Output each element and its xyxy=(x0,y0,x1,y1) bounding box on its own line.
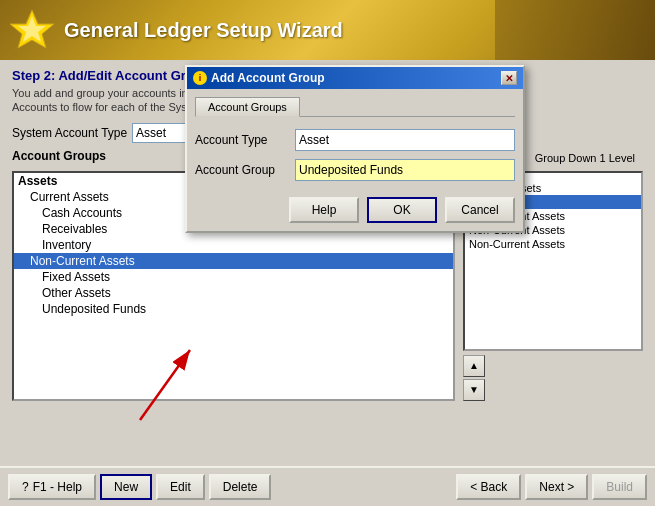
dialog-account-type-label: Account Type xyxy=(195,133,295,147)
scroll-buttons: ▲ ▼ xyxy=(463,355,643,401)
dialog-buttons: Help OK Cancel xyxy=(195,193,515,223)
right-col-item-non-current-3: Non-Current Assets xyxy=(465,237,641,251)
new-btn[interactable]: New xyxy=(100,474,152,500)
header: General Ledger Setup Wizard xyxy=(0,0,655,60)
dialog-account-group-label: Account Group xyxy=(195,163,295,177)
dialog-titlebar-left: i Add Account Group xyxy=(193,71,325,85)
dialog-account-group-row: Account Group xyxy=(195,159,515,181)
add-account-group-dialog: i Add Account Group ✕ Account Groups Acc… xyxy=(185,65,525,233)
account-groups-label: Account Groups xyxy=(12,149,106,163)
dialog-form: Account Type Account Group xyxy=(195,125,515,193)
delete-btn[interactable]: Delete xyxy=(209,474,272,500)
wizard-icon xyxy=(10,8,54,52)
dialog-tab-account-groups[interactable]: Account Groups xyxy=(195,97,300,117)
tree-item-inventory[interactable]: Inventory xyxy=(14,237,453,253)
group-down-label: Group Down 1 Level xyxy=(535,152,635,164)
scroll-down-btn[interactable]: ▼ xyxy=(463,379,485,401)
footer: ? F1 - Help New Edit Delete < Back Next … xyxy=(0,466,655,506)
dialog-title: Add Account Group xyxy=(211,71,325,85)
back-btn[interactable]: < Back xyxy=(456,474,521,500)
f1-help-btn[interactable]: ? F1 - Help xyxy=(8,474,96,500)
help-icon: ? xyxy=(22,480,29,494)
build-btn[interactable]: Build xyxy=(592,474,647,500)
dialog-account-type-row: Account Type xyxy=(195,129,515,151)
tree-item-undeposited-funds[interactable]: Undeposited Funds xyxy=(14,301,453,317)
dialog-title-icon: i xyxy=(193,71,207,85)
header-title: General Ledger Setup Wizard xyxy=(64,19,343,42)
header-decoration xyxy=(495,0,655,60)
tree-item-other-assets[interactable]: Other Assets xyxy=(14,285,453,301)
dialog-ok-btn[interactable]: OK xyxy=(367,197,437,223)
dialog-cancel-btn[interactable]: Cancel xyxy=(445,197,515,223)
edit-btn[interactable]: Edit xyxy=(156,474,205,500)
dialog-tab-bar: Account Groups xyxy=(195,97,515,117)
dialog-account-group-input[interactable] xyxy=(295,159,515,181)
tree-item-non-current-assets[interactable]: Non-Current Assets xyxy=(14,253,453,269)
scroll-up-btn[interactable]: ▲ xyxy=(463,355,485,377)
dialog-account-type-input[interactable] xyxy=(295,129,515,151)
f1-help-label: F1 - Help xyxy=(33,480,82,494)
next-btn[interactable]: Next > xyxy=(525,474,588,500)
dialog-body: Account Groups Account Type Account Grou… xyxy=(187,89,523,231)
tree-item-fixed-assets[interactable]: Fixed Assets xyxy=(14,269,453,285)
system-account-label: System Account Type xyxy=(12,126,132,140)
dialog-titlebar: i Add Account Group ✕ xyxy=(187,67,523,89)
dialog-help-btn[interactable]: Help xyxy=(289,197,359,223)
dialog-close-btn[interactable]: ✕ xyxy=(501,71,517,85)
